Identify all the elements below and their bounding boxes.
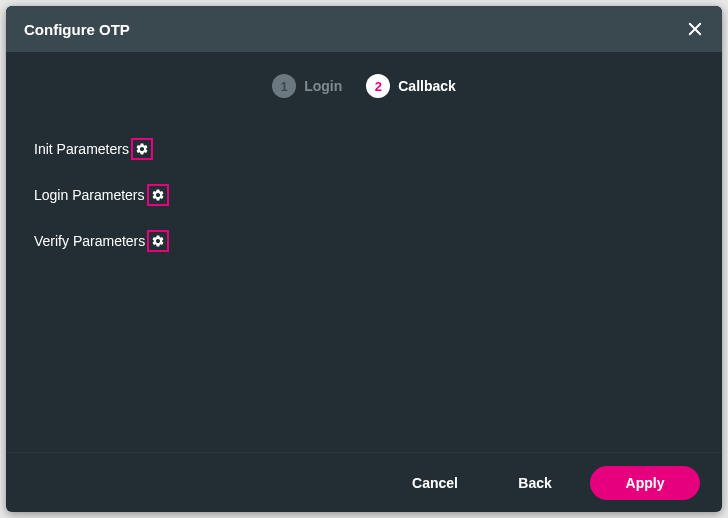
step-label: Callback — [398, 78, 456, 94]
step-label: Login — [304, 78, 342, 94]
close-button[interactable] — [682, 16, 708, 42]
cancel-button[interactable]: Cancel — [390, 466, 480, 500]
step-number: 2 — [366, 74, 390, 98]
close-icon — [686, 20, 704, 38]
login-parameters-settings-button[interactable] — [147, 184, 169, 206]
param-label: Login Parameters — [34, 187, 145, 203]
dialog-footer: Cancel Back Apply — [6, 452, 722, 512]
gear-icon — [151, 188, 165, 202]
dialog-title: Configure OTP — [24, 21, 130, 38]
gear-icon — [151, 234, 165, 248]
back-button[interactable]: Back — [490, 466, 580, 500]
param-label: Init Parameters — [34, 141, 129, 157]
apply-button[interactable]: Apply — [590, 466, 700, 500]
verify-parameters-row: Verify Parameters — [34, 230, 694, 252]
param-label: Verify Parameters — [34, 233, 145, 249]
init-parameters-settings-button[interactable] — [131, 138, 153, 160]
step-callback[interactable]: 2 Callback — [366, 74, 456, 98]
step-number: 1 — [272, 74, 296, 98]
dialog-content: Init Parameters Login Parameters Verify … — [6, 110, 722, 452]
gear-icon — [135, 142, 149, 156]
verify-parameters-settings-button[interactable] — [147, 230, 169, 252]
step-login[interactable]: 1 Login — [272, 74, 342, 98]
configure-otp-dialog: Configure OTP 1 Login 2 Callback Init Pa… — [6, 6, 722, 512]
init-parameters-row: Init Parameters — [34, 138, 694, 160]
login-parameters-row: Login Parameters — [34, 184, 694, 206]
dialog-header: Configure OTP — [6, 6, 722, 52]
wizard-stepper: 1 Login 2 Callback — [6, 52, 722, 110]
